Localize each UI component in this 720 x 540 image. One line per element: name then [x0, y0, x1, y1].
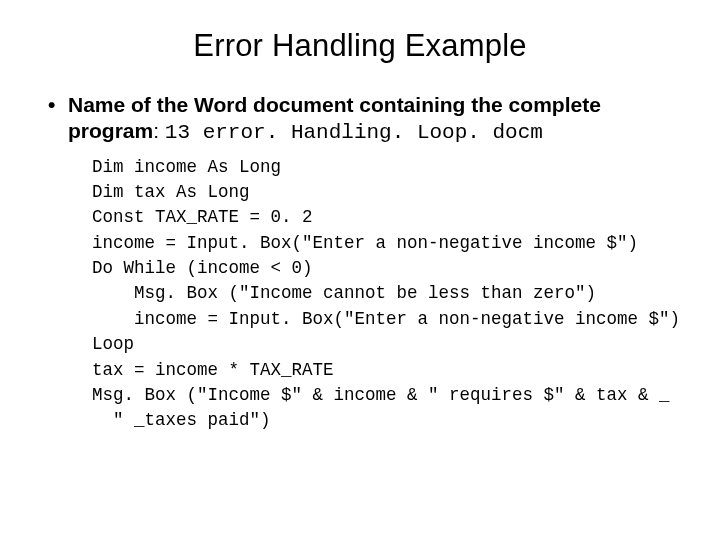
bullet-intro-sep: : — [153, 119, 165, 142]
bullet-filename: 13 error. Handling. Loop. docm — [165, 121, 543, 144]
code-line: Const TAX_RATE = 0. 2 — [92, 207, 313, 227]
code-line: income = Input. Box("Enter a non-negativ… — [92, 309, 680, 329]
code-line: Msg. Box ("Income cannot be less than ze… — [92, 283, 596, 303]
code-line: Loop — [92, 334, 134, 354]
code-block: Dim income As Long Dim tax As Long Const… — [92, 155, 680, 434]
code-line: " _taxes paid") — [92, 410, 271, 430]
code-line: Do While (income < 0) — [92, 258, 313, 278]
code-line: Msg. Box ("Income $" & income & " requir… — [92, 385, 670, 405]
code-line: tax = income * TAX_RATE — [92, 360, 334, 380]
slide: Error Handling Example Name of the Word … — [0, 0, 720, 540]
bullet-item: Name of the Word document containing the… — [48, 92, 680, 147]
code-line: Dim income As Long — [92, 157, 281, 177]
bullet-list: Name of the Word document containing the… — [40, 92, 680, 147]
code-line: income = Input. Box("Enter a non-negativ… — [92, 233, 638, 253]
slide-title: Error Handling Example — [40, 28, 680, 64]
code-line: Dim tax As Long — [92, 182, 250, 202]
